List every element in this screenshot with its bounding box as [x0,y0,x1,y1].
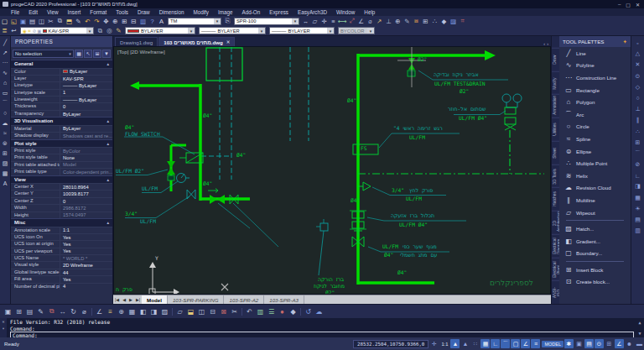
document-tab[interactable]: Drawing1.dwg [115,37,158,46]
esnap-midpoint-icon[interactable]: △ [632,49,643,59]
ucs-icon[interactable]: ∟ [632,170,643,180]
undo-icon[interactable]: ↶ [83,17,92,25]
compare-icon[interactable]: ◆ [288,306,299,317]
dim-style-combo[interactable]: SPR-100 ▾ [234,18,299,25]
esnap-nearest-icon[interactable]: ⌒ [632,149,643,159]
palette-tab-electrical-plant[interactable]: Electrical Plant [552,258,559,281]
property-row[interactable]: Height1574.0497 [11,212,112,218]
view2-icon[interactable]: ◨ [148,306,159,317]
zoom-realtime-icon[interactable]: ⊕ [111,17,120,25]
property-value[interactable]: ByLayer [60,69,112,75]
menu-add-on[interactable]: Add-On [237,9,264,15]
sync-icon[interactable]: ↺ [303,306,314,317]
layer-states-icon[interactable]: ⧉ [96,27,105,35]
linetype-combo[interactable]: ——— BYLAYER ▾ [199,27,266,34]
property-value[interactable]: ByLayer [60,111,112,117]
viewport-control-label[interactable]: [Top] [2D Wireframe] [117,49,165,55]
esnap-intersection-icon[interactable]: ✕ [632,60,643,70]
palette-tab-hatches[interactable]: Hatches [552,187,559,211]
chevron-down-icon[interactable]: ▾ [327,28,334,34]
palette-tool-hatch-[interactable]: ▨Hatch... [559,222,631,235]
paste-icon[interactable]: ⬒ [65,17,74,25]
chevron-down-icon[interactable]: ▾ [292,18,299,24]
layout-nav-button[interactable]: ▶ [127,297,134,302]
section-header-general[interactable]: General▴ [11,60,112,68]
rectangle-icon[interactable]: ▭ [1,88,10,97]
property-row[interactable]: Fill areaYes [11,275,112,282]
palette-tool-create-block-[interactable]: ⊡Create block... [559,276,631,289]
views-icon[interactable]: ◨ [632,181,643,191]
rotate-icon[interactable]: ↻ [68,306,79,317]
palette-tab-3d-tools[interactable]: 3D Tools [552,165,559,188]
property-value[interactable]: ByColor [60,148,112,154]
quick-select-icon[interactable]: ⊞ [93,50,101,58]
angle-icon[interactable]: ∠ [94,306,105,317]
line-icon[interactable]: ╱ [1,38,10,47]
properties-icon[interactable]: ▥ [138,17,148,25]
palette-tab-utilities[interactable]: Utilities [552,118,559,141]
layout-nav-button[interactable]: ◀ [121,297,127,302]
property-value[interactable]: 2D Wireframe [60,262,112,268]
xref-icon[interactable]: ⧉ [46,306,57,317]
match-layer-icon[interactable]: ✎ [114,27,123,35]
property-value[interactable]: 44 [60,269,112,275]
property-row[interactable]: Shadow displayShadows cast and re... [11,132,112,138]
esnap-center-icon[interactable]: ⊙ [632,71,643,81]
esnap-parallel-icon[interactable]: ∥ [632,115,643,125]
property-value[interactable]: 1 [60,90,112,96]
snap-toggle[interactable]: ∷ [470,339,480,348]
property-value[interactable]: KAV-SPR [60,76,112,81]
lineweight-combo[interactable]: ——— BYLAYER ▾ [269,27,335,34]
selection-combo[interactable]: No selection ▾ [13,50,74,58]
palette-tab-ansi-iso[interactable]: ANSI-ISO [552,280,559,304]
property-row[interactable]: Center X28010.8964 [11,183,112,190]
plotstyle-combo[interactable]: BYCOLOR ▾ [338,27,375,34]
chevron-down-icon[interactable]: ▾ [258,28,265,34]
property-value[interactable]: Model [60,162,112,168]
property-row[interactable]: UCS icon OnYes [11,233,112,240]
esnap-tangent-icon[interactable]: ○ [632,93,643,103]
property-row[interactable]: Global linetype scale44 [11,269,112,275]
text-style-combo[interactable]: TM ▾ [168,18,221,25]
palette-tool-multiple-point[interactable]: ∴Multiple Point [559,157,631,170]
gradient2-icon[interactable]: ◧ [138,306,148,317]
property-value[interactable]: * WORLD * [60,255,112,261]
dim-edit-icon[interactable]: ✎ [402,17,412,25]
ray-icon[interactable]: ↗ [1,48,10,57]
close2-icon[interactable]: ⊠ [218,306,229,317]
stamp-icon[interactable]: ▣ [574,339,584,348]
chevron-down-icon[interactable]: ▾ [188,28,195,34]
property-row[interactable]: UCS Name* WORLD * [11,254,112,261]
insert-block-icon[interactable]: ⊞ [1,149,10,158]
property-value[interactable]: 2986.8172 [60,205,112,211]
property-value[interactable]: ByLayer [60,126,112,132]
polygon-icon[interactable]: ⌂ [1,78,10,87]
property-row[interactable]: Number of decimal pl...4 [11,283,112,290]
minus-icon[interactable]: ⊟ [207,306,218,317]
menu-view[interactable]: View [43,9,63,15]
sheet-icon[interactable]: ⬓ [185,306,196,317]
area-icon[interactable]: ▱ [310,17,319,25]
circle-icon[interactable]: ○ [1,108,10,118]
tablet-icon[interactable]: ⊞ [605,339,614,348]
cmd-close-icon[interactable]: ✕ [2,319,4,324]
layout-tab-103-spr-parking[interactable]: 103-SPR-PARKING [168,295,225,304]
esnap-none-icon[interactable]: ⊘ [632,159,643,170]
drawing-canvas[interactable]: [Top] [2D Wireframe] [113,46,551,295]
spline-icon[interactable]: ≈ [1,128,10,138]
esnap-quadrant-icon[interactable]: ◇ [632,82,643,92]
menu-format[interactable]: Format [86,9,111,15]
section-header-view[interactable]: View▴ [11,175,112,184]
publish-icon[interactable]: ▥ [255,306,266,317]
coordinate-display[interactable]: 28532.2504,10750.9366,0 [353,340,428,348]
annotation-visibility-toggle[interactable]: ▲ [450,339,460,348]
layer-combo[interactable]: ◉☀⊘▣ KAV-SPR ▾ [20,27,94,34]
block-icon[interactable]: ⧈ [412,17,421,25]
lights-icon[interactable]: ☀ [632,204,643,214]
leader-icon[interactable]: ↗ [375,17,384,25]
move-icon[interactable]: ↔ [57,306,68,317]
property-value[interactable]: 10039.8177 [60,191,112,196]
center-mark-icon[interactable]: ⊕ [393,17,402,25]
property-value[interactable]: 0 [60,198,112,204]
dim-angular-icon[interactable]: ∠ [356,17,366,25]
